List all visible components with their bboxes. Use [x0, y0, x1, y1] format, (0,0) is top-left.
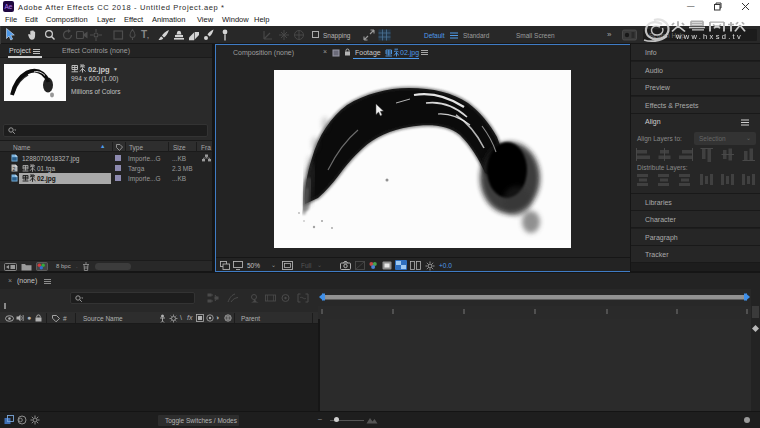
svg-text:2: 2 [12, 166, 15, 172]
svg-text:Ae: Ae [5, 3, 13, 10]
